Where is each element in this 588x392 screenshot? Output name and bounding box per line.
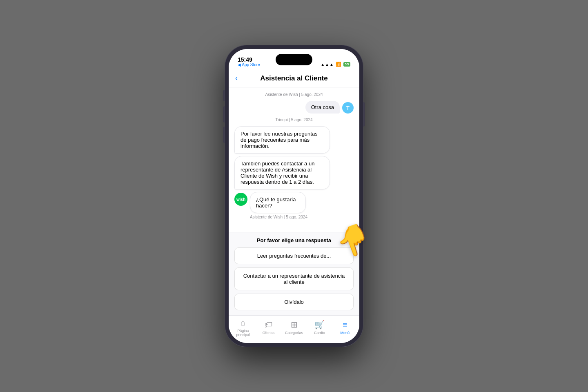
tab-bar: ⌂ Página principal 🏷 Ofertas ⊞ Categoría… xyxy=(229,315,359,343)
categories-icon: ⊞ xyxy=(291,320,298,330)
tab-offers-label: Ofertas xyxy=(263,331,275,335)
tab-home[interactable]: ⌂ Página principal xyxy=(230,318,256,337)
cart-icon: 🛒 xyxy=(314,320,325,330)
phone-screen: 15:49 ◀ App Store ▲▲▲ 📶 5G ‹ Asistencia … xyxy=(229,49,359,343)
tab-categories[interactable]: ⊞ Categorías xyxy=(281,320,307,335)
timestamp-3: Asistente de Wish | 5 ago. 2024 xyxy=(250,215,320,219)
status-left: 15:49 ◀ App Store xyxy=(238,57,260,67)
response-option-2[interactable]: Contactar a un representante de asistenc… xyxy=(234,267,354,290)
chat-area: Asistente de Wish | 5 ago. 2024 Otra cos… xyxy=(229,87,359,232)
tab-categories-label: Categorías xyxy=(285,331,303,335)
user-bubble: Otra cosa xyxy=(305,101,340,114)
user-message-row: Otra cosa T xyxy=(234,101,354,114)
wish-avatar: wish xyxy=(234,193,247,206)
signal-icon: ▲▲▲ xyxy=(321,62,334,67)
bot-bubble-1: Por favor lee nuestras preguntas de pago… xyxy=(234,126,330,154)
bot-question-bubble: ¿Qué te gustaría hacer? xyxy=(250,192,306,213)
phone-frame: 15:49 ◀ App Store ▲▲▲ 📶 5G ‹ Asistencia … xyxy=(225,45,363,347)
status-time: 15:49 xyxy=(238,57,252,62)
tab-offers[interactable]: 🏷 Ofertas xyxy=(256,320,281,335)
page-title: Asistencia al Cliente xyxy=(260,74,327,82)
wifi-icon: 📶 xyxy=(336,62,341,67)
battery-badge: 5G xyxy=(343,62,350,67)
app-store-back: ◀ App Store xyxy=(238,62,260,67)
tab-cart-label: Carrito xyxy=(314,331,325,335)
timestamp-1: Asistente de Wish | 5 ago. 2024 xyxy=(234,92,354,97)
tab-home-label: Página principal xyxy=(230,329,256,337)
menu-icon: ≡ xyxy=(343,320,347,330)
offers-icon: 🏷 xyxy=(265,320,273,330)
bot-bubble-2: También puedes contactar a un representa… xyxy=(234,156,330,189)
response-section: Por favor elige una respuesta Leer pregu… xyxy=(229,232,359,315)
nav-header: ‹ Asistencia al Cliente xyxy=(229,69,359,87)
response-option-3[interactable]: Olvídalo xyxy=(234,294,354,310)
timestamp-2: Trinqui | 5 ago. 2024 xyxy=(234,118,354,122)
bot-question-row: wish ¿Qué te gustaría hacer? Asistente d… xyxy=(234,192,354,221)
bot-message-row-1: Por favor lee nuestras preguntas de pago… xyxy=(234,126,354,154)
tab-menu-label: Menú xyxy=(341,331,350,335)
tab-menu[interactable]: ≡ Menú xyxy=(332,320,358,335)
tab-cart[interactable]: 🛒 Carrito xyxy=(307,320,332,335)
back-button[interactable]: ‹ xyxy=(235,74,238,82)
status-right: ▲▲▲ 📶 5G xyxy=(321,62,350,67)
response-title: Por favor elige una respuesta xyxy=(234,237,354,243)
home-icon: ⌂ xyxy=(241,318,245,327)
user-avatar: T xyxy=(342,102,354,114)
dynamic-island xyxy=(276,54,312,65)
bot-message-row-2: También puedes contactar a un representa… xyxy=(234,156,354,189)
response-option-1[interactable]: Leer preguntas frecuentes de... xyxy=(234,247,354,264)
